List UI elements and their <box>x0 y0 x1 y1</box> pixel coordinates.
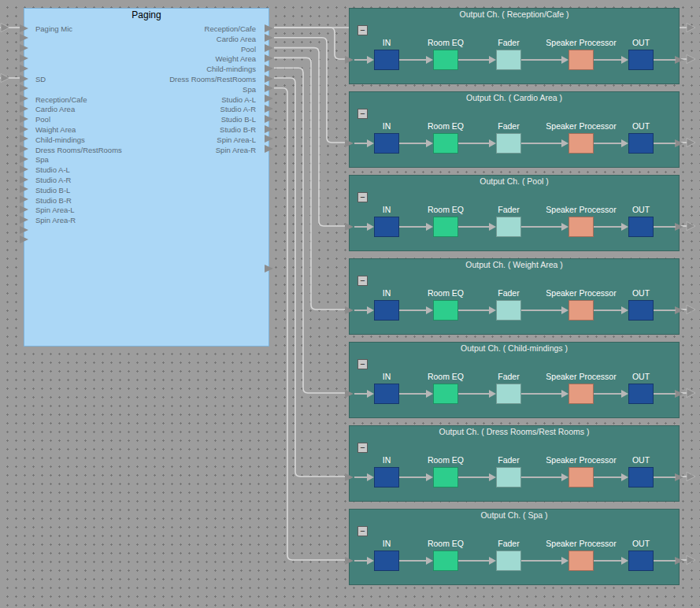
offscreen-port-icon[interactable] <box>687 306 695 314</box>
connection-wire[interactable] <box>274 28 349 59</box>
paging-output-port[interactable] <box>265 54 273 62</box>
fader-node[interactable] <box>496 50 521 70</box>
block-output-port[interactable] <box>675 473 683 481</box>
block-output-port[interactable] <box>675 557 683 565</box>
collapse-button[interactable]: − <box>357 359 368 369</box>
output-ch-block[interactable]: Output Ch. ( Pool ) − INRoom EQFaderSpea… <box>349 175 680 251</box>
offscreen-port-icon[interactable] <box>687 473 695 481</box>
in-node[interactable] <box>374 467 399 488</box>
fader-node[interactable] <box>496 384 521 404</box>
room-eq-node[interactable] <box>433 551 458 571</box>
fader-node[interactable] <box>496 551 521 571</box>
room-eq-node[interactable] <box>433 300 458 321</box>
connection-wire[interactable] <box>274 57 349 310</box>
in-node[interactable] <box>374 217 399 237</box>
output-ch-block[interactable]: Output Ch. ( Child-mindings ) − INRoom E… <box>349 342 680 418</box>
block-output-port[interactable] <box>675 56 683 64</box>
paging-output-port[interactable] <box>265 135 273 143</box>
block-input-port[interactable] <box>345 557 354 565</box>
output-ch-block[interactable]: Output Ch. ( Weight Area ) − INRoom EQFa… <box>349 258 680 335</box>
design-canvas[interactable]: Paging Paging MicSDReception/CafeCardio … <box>0 0 700 608</box>
paging-output-port[interactable] <box>265 265 273 272</box>
offscreen-port-icon[interactable] <box>687 139 695 147</box>
speaker-processor-node[interactable] <box>569 217 594 237</box>
paging-output-port[interactable] <box>265 44 273 52</box>
offscreen-port-icon[interactable] <box>687 222 695 231</box>
collapse-button[interactable]: − <box>357 443 368 453</box>
paging-input-port[interactable] <box>20 145 28 153</box>
room-eq-node[interactable] <box>433 133 458 154</box>
paging-output-port[interactable] <box>265 84 273 92</box>
out-node[interactable] <box>628 217 654 237</box>
output-ch-block[interactable]: Output Ch. ( Reception/Cafe ) − INRoom E… <box>349 8 680 84</box>
room-eq-node[interactable] <box>433 384 458 404</box>
block-input-port[interactable] <box>345 473 354 481</box>
paging-input-port[interactable] <box>20 185 28 193</box>
room-eq-node[interactable] <box>433 467 458 488</box>
room-eq-node[interactable] <box>433 217 458 237</box>
out-node[interactable] <box>628 50 654 70</box>
block-output-port[interactable] <box>675 306 683 314</box>
block-output-port[interactable] <box>675 139 683 147</box>
speaker-processor-node[interactable] <box>569 467 594 488</box>
speaker-processor-node[interactable] <box>569 551 594 571</box>
block-output-port[interactable] <box>675 390 683 398</box>
collapse-button[interactable]: − <box>357 109 368 119</box>
paging-input-port[interactable] <box>20 125 28 133</box>
paging-input-port[interactable] <box>20 155 28 163</box>
offscreen-port-icon[interactable] <box>1 74 9 83</box>
paging-input-port[interactable] <box>20 34 28 42</box>
offscreen-port-icon[interactable] <box>687 389 695 398</box>
paging-output-port[interactable] <box>265 125 273 133</box>
offscreen-port-icon[interactable] <box>687 55 695 64</box>
paging-input-port[interactable] <box>20 95 28 102</box>
out-node[interactable] <box>628 467 654 488</box>
paging-input-port[interactable] <box>20 195 28 203</box>
speaker-processor-node[interactable] <box>569 50 594 70</box>
in-node[interactable] <box>374 384 399 404</box>
paging-input-port[interactable] <box>20 105 28 113</box>
paging-input-port[interactable] <box>20 24 28 32</box>
output-ch-block[interactable]: Output Ch. ( Cardio Area ) − INRoom EQFa… <box>349 91 680 168</box>
collapse-button[interactable]: − <box>357 25 368 35</box>
out-node[interactable] <box>628 300 654 321</box>
out-node[interactable] <box>628 384 654 404</box>
block-input-port[interactable] <box>345 223 354 231</box>
paging-input-port[interactable] <box>20 75 28 83</box>
speaker-processor-node[interactable] <box>569 300 594 321</box>
paging-block[interactable]: Paging Paging MicSDReception/CafeCardio … <box>24 8 269 347</box>
paging-output-port[interactable] <box>265 95 273 102</box>
in-node[interactable] <box>374 300 399 321</box>
fader-node[interactable] <box>496 133 521 154</box>
out-node[interactable] <box>628 133 654 154</box>
paging-input-port[interactable] <box>20 176 28 184</box>
out-node[interactable] <box>628 551 654 571</box>
fader-node[interactable] <box>496 300 521 321</box>
paging-input-port[interactable] <box>20 235 28 243</box>
paging-output-port[interactable] <box>265 145 273 153</box>
paging-output-port[interactable] <box>265 75 273 83</box>
paging-input-port[interactable] <box>20 65 28 72</box>
in-node[interactable] <box>374 551 399 571</box>
fader-node[interactable] <box>496 217 521 237</box>
in-node[interactable] <box>374 133 399 154</box>
paging-input-port[interactable] <box>20 165 28 173</box>
paging-input-port[interactable] <box>20 54 28 62</box>
paging-output-port[interactable] <box>265 65 273 72</box>
paging-output-port[interactable] <box>265 34 273 42</box>
block-input-port[interactable] <box>345 390 354 398</box>
paging-output-port[interactable] <box>265 105 273 113</box>
speaker-processor-node[interactable] <box>569 384 594 404</box>
room-eq-node[interactable] <box>433 50 458 70</box>
offscreen-port-icon[interactable] <box>1 24 9 32</box>
paging-input-port[interactable] <box>20 84 28 92</box>
paging-output-port[interactable] <box>265 24 273 32</box>
output-ch-block[interactable]: Output Ch. ( Dress Rooms/Rest Rooms ) − … <box>349 425 680 502</box>
block-input-port[interactable] <box>345 139 354 147</box>
paging-input-port[interactable] <box>20 115 28 123</box>
offscreen-port-icon[interactable] <box>687 24 695 32</box>
speaker-processor-node[interactable] <box>569 133 594 154</box>
paging-input-port[interactable] <box>20 44 28 52</box>
collapse-button[interactable]: − <box>357 526 368 536</box>
block-output-port[interactable] <box>675 223 683 231</box>
